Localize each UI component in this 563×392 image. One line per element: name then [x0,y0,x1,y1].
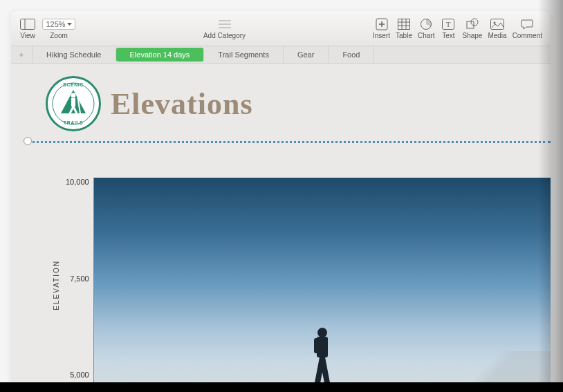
tab-label: Trail Segments [218,50,269,59]
svg-point-27 [317,328,327,337]
tab-hiking-schedule[interactable]: Hiking Schedule [33,46,116,63]
logo-text-top: SCENIC [63,82,83,87]
page-title[interactable]: Elevations [111,86,253,122]
toolbar: View 125% Zoom Add Category Insert [11,11,551,46]
sheet-tab-bar: + Hiking Schedule Elevation 14 days Trai… [11,46,551,64]
tab-label: Food [342,50,360,59]
svg-point-22 [71,93,76,98]
image-icon [489,17,506,31]
media-label: Media [488,32,506,39]
y-tick: 5,000 [66,371,89,379]
device-frame-bottom [0,382,563,392]
table-button[interactable]: Table [396,17,412,39]
zoom-value-box[interactable]: 125% [42,19,75,30]
logo-text-bottom: TRAILS [64,120,83,125]
zoom-control[interactable]: 125% Zoom [41,17,76,39]
list-icon [216,17,233,31]
insert-button[interactable]: Insert [373,17,390,39]
shape-label: Shape [462,32,482,39]
tab-trail-segments[interactable]: Trail Segments [204,46,284,63]
sidebar-icon [19,17,36,31]
y-tick: 7,500 [66,274,89,283]
table-icon [396,17,412,31]
shape-icon [464,17,481,31]
plus-box-icon [373,17,390,31]
chart-label: Chart [418,32,434,39]
media-button[interactable]: Media [488,17,506,39]
tab-label: Gear [297,50,314,59]
text-button[interactable]: T Text [440,17,456,39]
svg-point-17 [471,19,478,26]
tab-label: Elevation 14 days [130,50,190,59]
comment-icon [519,17,535,31]
text-label: Text [442,32,454,39]
svg-rect-8 [398,19,410,30]
add-sheet-button[interactable]: + [11,46,33,63]
sheet-canvas[interactable]: SCENIC TRAILS Elevations ELEVATION 10,00… [11,64,551,391]
guide-handle[interactable] [24,137,32,145]
svg-rect-23 [71,98,75,106]
logo-badge[interactable]: SCENIC TRAILS [46,76,101,131]
tab-elevation-14-days[interactable]: Elevation 14 days [116,48,205,62]
elevation-chart[interactable]: ELEVATION 10,000 7,500 5,000 [53,178,551,391]
y-tick: 10,000 [66,178,89,186]
svg-rect-29 [314,338,320,353]
text-icon: T [440,17,456,31]
pie-chart-icon [418,17,434,31]
chart-button[interactable]: Chart [418,17,434,39]
add-category-button[interactable]: Add Category [203,17,246,39]
shape-button[interactable]: Shape [462,17,482,39]
plus-icon: + [19,50,24,59]
svg-rect-0 [21,19,35,30]
svg-point-19 [494,22,496,24]
insert-label: Insert [373,32,390,39]
chart-plot-area [93,178,551,391]
tab-food[interactable]: Food [329,46,374,63]
comment-button[interactable]: Comment [513,17,542,39]
page-header: SCENIC TRAILS Elevations [11,64,551,140]
y-axis-ticks: 10,000 7,500 5,000 [66,178,93,391]
app-window: View 125% Zoom Add Category Insert [11,11,551,391]
add-category-label: Add Category [203,32,246,39]
tab-gear[interactable]: Gear [284,46,329,63]
zoom-label: Zoom [50,32,68,39]
table-label: Table [396,32,412,39]
tab-label: Hiking Schedule [46,50,102,59]
comment-label: Comment [513,32,542,39]
chevron-down-icon [67,23,72,26]
hiker-silhouette [302,324,343,391]
view-button[interactable]: View [19,17,36,39]
divider-guide [28,141,551,143]
zoom-value: 125% [46,20,65,28]
y-axis-label: ELEVATION [53,260,60,310]
svg-text:T: T [446,20,451,28]
view-label: View [20,32,35,39]
